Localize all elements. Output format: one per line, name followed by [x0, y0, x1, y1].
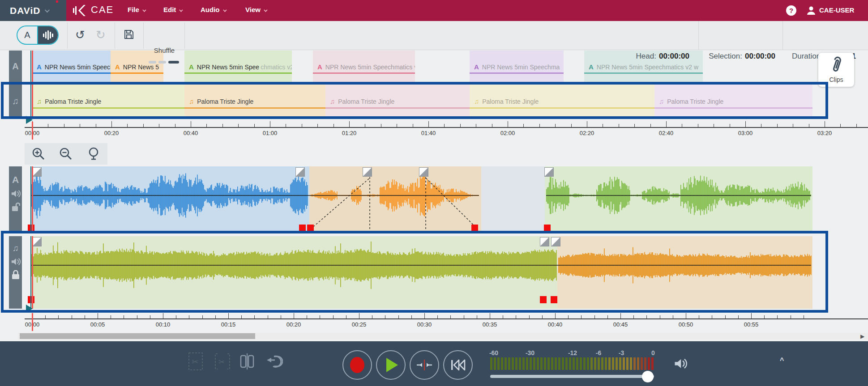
speaker-icon[interactable] [11, 257, 21, 266]
go-to-marker-button[interactable] [410, 350, 439, 380]
volume-slider-knob[interactable] [642, 371, 654, 382]
menu-view[interactable]: View [245, 6, 266, 13]
user-name[interactable]: CAE-USER [819, 6, 854, 14]
clip-underline [32, 107, 184, 109]
fade-handle[interactable] [32, 237, 42, 246]
fade-handle[interactable] [363, 167, 372, 177]
cut-edges-icon[interactable]: ✂ [214, 352, 231, 371]
ruler-label: 00:10 [156, 321, 171, 328]
track2-header[interactable]: ♫ [9, 236, 22, 309]
overview-jingle-clip[interactable]: ♫Paloma Triste Jingle [470, 84, 654, 118]
play-button[interactable]: ^ [376, 350, 406, 380]
ruler-label: 00:45 [613, 321, 628, 328]
clip-edit-marker[interactable] [299, 225, 306, 232]
zoom-in-icon[interactable] [32, 147, 45, 161]
scroll-right-arrow[interactable]: ▶ [860, 333, 864, 339]
undo-icon[interactable]: ↺ [75, 29, 85, 41]
clip-title: Paloma Triste Jingle [667, 98, 723, 105]
cae-audio-editor: DAViD CAE File Edit Audio View ? CAE-USE… [0, 0, 868, 386]
overview-a-clip[interactable]: ANPR News 5min Speechmatics v2 with s [313, 51, 415, 82]
david-logo-menu[interactable]: DAViD [0, 0, 66, 21]
overview-jingle-clip[interactable]: ♫Paloma Triste Jingle [654, 84, 812, 118]
track1-audio-lane[interactable] [25, 166, 812, 232]
track2-waveform-canvas[interactable] [25, 236, 812, 309]
chevron-down-icon [142, 8, 146, 12]
ruler-label: 03:00 [738, 130, 753, 136]
lock-icon[interactable] [12, 270, 20, 280]
play-options-caret[interactable]: ^ [780, 356, 784, 365]
overview-track-jingle-header[interactable]: ♫ [9, 84, 22, 118]
playhead-overview[interactable] [32, 51, 33, 118]
overview-a-clip[interactable]: ANPR News 5 [111, 51, 163, 82]
clip-edit-marker[interactable] [544, 225, 551, 232]
clip-edit-marker[interactable] [551, 296, 557, 303]
fade-handle[interactable] [540, 237, 549, 246]
meter-scale-label: -6 [596, 349, 601, 356]
clip-edit-marker[interactable] [471, 225, 478, 232]
ruler-label: 00:30 [417, 321, 432, 328]
overview-jingle-clip[interactable]: ♫Paloma Triste Jingle [184, 84, 325, 118]
clip-underline [325, 107, 470, 109]
replace-record-icon[interactable] [265, 352, 283, 371]
transport-bar: ✂ ✂ ^ [0, 341, 868, 386]
overview-jingle-clip[interactable]: ♫Paloma Triste Jingle [325, 84, 470, 118]
overview-jingle-clip[interactable]: ♫Paloma Triste Jingle [32, 84, 184, 118]
menu-file[interactable]: File [128, 6, 145, 13]
clip-underline [654, 107, 812, 109]
playhead-track2[interactable] [32, 236, 33, 309]
fade-handle[interactable] [551, 237, 560, 246]
scrollbar-thumb[interactable] [20, 333, 255, 339]
fade-handle[interactable] [295, 167, 305, 177]
clips-panel-button[interactable]: Clips [818, 53, 854, 87]
track1-header[interactable]: A [9, 166, 22, 232]
track1-waveform-canvas[interactable] [25, 166, 812, 232]
cae-brand-icon [73, 4, 86, 17]
clip-title: NPR News 5min Speechma [482, 64, 560, 71]
playhead-ruler1[interactable] [32, 122, 33, 140]
speaker-icon[interactable] [11, 189, 21, 198]
help-icon[interactable]: ? [786, 5, 796, 16]
split-clip-icon[interactable] [239, 352, 255, 371]
svg-text:✂: ✂ [192, 357, 198, 366]
zoom-out-icon[interactable] [59, 147, 73, 161]
ruler-label: 00:50 [679, 321, 693, 328]
playhead-ruler2[interactable] [32, 313, 33, 331]
overview-timeline-ruler[interactable]: 00:0000:2000:4001:0001:2001:4002:0002:20… [0, 120, 868, 140]
zoomed-timeline-ruler[interactable]: 00:0000:0500:1000:1500:2000:2500:3000:35… [0, 313, 868, 332]
cut-selection-icon[interactable]: ✂ [188, 352, 203, 371]
horizontal-scrollbar[interactable] [18, 333, 868, 339]
meter-scale-label: -3 [619, 349, 624, 356]
playhead-marker-overview[interactable] [26, 116, 33, 124]
record-button[interactable] [342, 350, 372, 380]
text-clip-icon: A [474, 63, 479, 71]
overview-a-clip[interactable]: ANPR News 5min Speechmatics v2 with [184, 51, 292, 82]
overview-a-clip[interactable]: ANPR News 5min Speech [32, 51, 111, 82]
clip-edit-marker[interactable] [540, 296, 547, 303]
menu-edit[interactable]: Edit [163, 6, 182, 13]
fade-handle[interactable] [419, 167, 428, 177]
track2-audio-lane[interactable] [25, 236, 812, 309]
user-icon[interactable] [806, 5, 817, 16]
overview-track-a-header[interactable]: A [9, 51, 22, 82]
shuffle-mode-segments[interactable] [149, 61, 179, 64]
playhead-track1[interactable] [32, 166, 33, 232]
mode-text-button[interactable]: A [17, 26, 38, 44]
volume-slider[interactable] [490, 375, 654, 378]
rewind-to-start-button[interactable] [443, 350, 473, 380]
overview-a-clip[interactable]: ANPR News 5min Speechma [470, 51, 564, 82]
fade-handle[interactable] [32, 167, 42, 177]
unlock-icon[interactable] [11, 202, 20, 212]
fade-handle[interactable] [544, 167, 554, 177]
playhead-marker-zoomed[interactable] [26, 305, 33, 313]
mode-waveform-button[interactable] [38, 26, 58, 44]
redo-icon[interactable]: ↻ [96, 29, 106, 41]
edit-mode-toggle[interactable]: A [17, 25, 59, 45]
save-icon[interactable] [124, 29, 134, 40]
level-meter [490, 357, 654, 370]
menu-audio[interactable]: Audio [201, 6, 226, 13]
shuffle-label[interactable]: Shuffle [149, 47, 180, 54]
text-clip-icon: A [317, 63, 322, 71]
zoom-fit-icon[interactable] [87, 147, 100, 161]
monitor-speaker-icon[interactable] [674, 357, 687, 370]
clip-edit-marker[interactable] [307, 225, 314, 232]
